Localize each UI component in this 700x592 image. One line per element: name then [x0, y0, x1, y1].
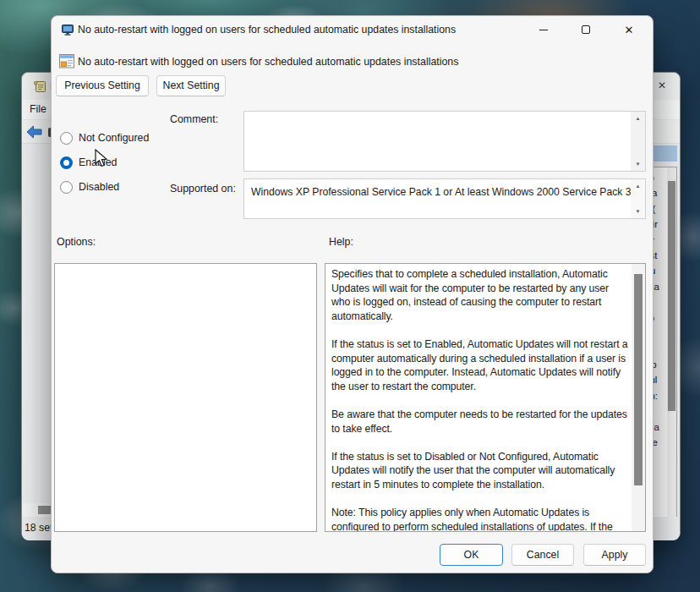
- radio-label-not-configured: Not Configured: [79, 132, 149, 144]
- scroll-icon: [33, 79, 47, 94]
- policy-setting-dialog[interactable]: No auto-restart with logged on users for…: [51, 15, 654, 573]
- previous-setting-button[interactable]: Previous Setting: [56, 75, 149, 96]
- supported-scrollbar[interactable]: ▲ ▼: [631, 179, 645, 218]
- scroll-up-icon[interactable]: ▲: [631, 184, 645, 189]
- maximize-button[interactable]: [569, 16, 603, 43]
- scroll-down-icon[interactable]: ▼: [631, 162, 645, 167]
- comment-label: Comment:: [170, 113, 218, 125]
- radio-not-configured[interactable]: Not Configured: [60, 131, 149, 145]
- minimize-button[interactable]: [527, 16, 561, 43]
- help-paragraph: If the status is set to Disabled or Not …: [331, 450, 629, 492]
- help-paragraph: Specifies that to complete a scheduled i…: [331, 267, 629, 323]
- comment-input[interactable]: ▲ ▼: [243, 111, 646, 172]
- help-paragraph: Be aware that the computer needs to be r…: [331, 408, 629, 436]
- dialog-titlebar[interactable]: No auto-restart with logged on users for…: [52, 16, 653, 43]
- policy-dialog-icon: [62, 24, 74, 36]
- options-panel[interactable]: [54, 263, 317, 532]
- help-text: Specifies that to complete a scheduled i…: [331, 267, 629, 532]
- options-label: Options:: [57, 236, 96, 248]
- next-setting-button[interactable]: Next Setting: [156, 75, 226, 96]
- supported-on-value: Windows XP Professional Service Pack 1 o…: [251, 186, 632, 198]
- help-scrollbar[interactable]: [632, 264, 645, 531]
- gp-close-icon[interactable]: ✕: [658, 79, 666, 91]
- help-paragraph: If the status is set to Enabled, Automat…: [331, 337, 629, 393]
- ok-button[interactable]: OK: [440, 544, 503, 566]
- help-scrollbar-thumb[interactable]: [634, 274, 643, 485]
- radio-label-disabled: Disabled: [79, 181, 119, 193]
- cancel-button[interactable]: Cancel: [511, 544, 574, 566]
- mouse-cursor: [95, 149, 110, 169]
- close-icon: ✕: [625, 24, 634, 36]
- desktop: { "colors": { "accent": "#0067c0", "sele…: [0, 0, 700, 592]
- gp-pane-scrollbar[interactable]: [667, 167, 676, 524]
- close-button[interactable]: ✕: [612, 16, 646, 43]
- policy-setting-icon: [59, 54, 74, 69]
- help-panel[interactable]: Specifies that to complete a scheduled i…: [325, 263, 646, 532]
- radio-circle-disabled[interactable]: [60, 181, 73, 194]
- help-label: Help:: [329, 236, 353, 248]
- minimize-icon: [539, 30, 548, 30]
- back-arrow-icon[interactable]: [26, 125, 44, 139]
- gp-pane-scrollbar-thumb[interactable]: [668, 181, 675, 411]
- supported-on-label: Supported on:: [170, 183, 236, 195]
- maximize-icon: [582, 25, 590, 34]
- comment-scrollbar[interactable]: ▲ ▼: [631, 112, 645, 171]
- radio-circle-not-configured[interactable]: [60, 132, 73, 145]
- policy-name: No auto-restart with logged on users for…: [78, 56, 458, 68]
- scroll-down-icon[interactable]: ▼: [631, 209, 645, 214]
- radio-circle-enabled[interactable]: [60, 156, 73, 169]
- apply-button[interactable]: Apply: [583, 544, 646, 566]
- supported-on-field[interactable]: Windows XP Professional Service Pack 1 o…: [243, 178, 646, 219]
- radio-disabled[interactable]: Disabled: [60, 180, 119, 194]
- scroll-up-icon[interactable]: ▲: [631, 116, 645, 121]
- dialog-title: No auto-restart with logged on users for…: [78, 24, 456, 36]
- gp-menu-file[interactable]: File: [30, 103, 46, 115]
- help-paragraph: Note: This policy applies only when Auto…: [331, 506, 629, 532]
